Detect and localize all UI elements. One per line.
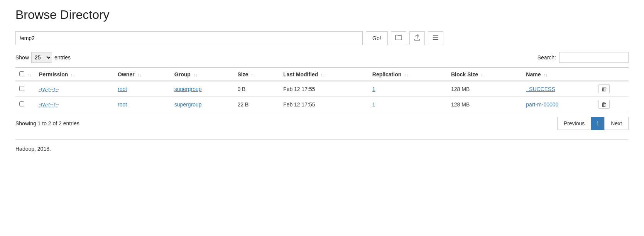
upload-icon [414, 34, 421, 42]
row-name-0: _SUCCESS [522, 81, 594, 97]
sort-icon-replication: ↑↓ [404, 72, 408, 77]
col-owner[interactable]: Owner ↑↓ [114, 68, 171, 81]
delete-button-1[interactable]: 🗑 [598, 100, 610, 109]
permission-link-0[interactable]: -rw-r--r-- [39, 86, 59, 92]
upload-button[interactable] [409, 31, 425, 45]
folder-icon [395, 34, 402, 42]
pagination-controls: Previous 1 Next [557, 117, 629, 130]
sort-icon-permission: ↑↓ [71, 72, 75, 77]
col-actions [595, 68, 629, 81]
col-replication[interactable]: Replication ↑↓ [368, 68, 447, 81]
pagination-row: Showing 1 to 2 of 2 entries Previous 1 N… [15, 117, 629, 130]
replication-link-1[interactable]: 1 [372, 101, 375, 108]
sort-icon-size: ↑↓ [251, 72, 255, 77]
row-last-modified-1: Feb 12 17:55 [279, 97, 368, 112]
col-name[interactable]: Name ↑↓ [522, 68, 594, 81]
row-permission-0: -rw-r--r-- [35, 81, 114, 97]
previous-button[interactable]: Previous [557, 117, 591, 130]
delete-button-0[interactable]: 🗑 [598, 84, 610, 93]
col-size[interactable]: Size ↑↓ [233, 68, 279, 81]
replication-link-0[interactable]: 1 [372, 86, 375, 92]
pagination-info: Showing 1 to 2 of 2 entries [15, 120, 79, 126]
search-area: Search: [538, 52, 629, 63]
row-permission-1: -rw-r--r-- [35, 97, 114, 112]
divider [15, 139, 629, 140]
sort-icon-group: ↑↓ [193, 72, 198, 77]
list-icon [432, 34, 439, 42]
row-group-1: supergroup [171, 97, 234, 112]
go-button[interactable]: Go! [366, 31, 388, 45]
sort-icon-block-size: ↑↓ [481, 72, 485, 77]
search-input[interactable] [559, 52, 629, 63]
row-size-1: 22 B [233, 97, 279, 112]
select-all-header: ↑↓ [15, 68, 35, 81]
path-input[interactable] [15, 31, 363, 45]
row-owner-0: root [114, 81, 171, 97]
next-button[interactable]: Next [604, 117, 629, 130]
permission-link-1[interactable]: -rw-r--r-- [39, 101, 59, 108]
entries-label: entries [54, 54, 71, 61]
toolbar: Go! [15, 31, 629, 45]
col-group[interactable]: Group ↑↓ [171, 68, 234, 81]
row-replication-1: 1 [368, 97, 447, 112]
row-delete-1: 🗑 [595, 97, 629, 112]
sort-icon-owner: ↑↓ [137, 72, 142, 77]
owner-link-1[interactable]: root [118, 101, 127, 108]
list-view-button[interactable] [428, 31, 443, 45]
row-name-1: part-m-00000 [522, 97, 594, 112]
sort-icon-last-modified: ↑↓ [321, 72, 325, 77]
name-link-1[interactable]: part-m-00000 [526, 101, 558, 108]
row-checkbox-cell-0 [15, 81, 35, 97]
table-row: -rw-r--r-- root supergroup 0 B Feb 12 17… [15, 81, 629, 97]
row-group-0: supergroup [171, 81, 234, 97]
sort-icon-name: ↑↓ [543, 72, 548, 77]
group-link-1[interactable]: supergroup [174, 101, 202, 108]
row-checkbox-cell-1 [15, 97, 35, 112]
name-link-0[interactable]: _SUCCESS [526, 86, 555, 92]
row-replication-0: 1 [368, 81, 447, 97]
footer-text: Hadoop, 2018. [15, 146, 629, 152]
col-last-modified[interactable]: Last Modified ↑↓ [279, 68, 368, 81]
show-entries: Show 10 25 50 100 entries [15, 52, 71, 63]
col-permission[interactable]: Permission ↑↓ [35, 68, 114, 81]
col-block-size[interactable]: Block Size ↑↓ [447, 68, 522, 81]
row-checkbox-0[interactable] [19, 86, 24, 91]
controls-row: Show 10 25 50 100 entries Search: [15, 52, 629, 63]
row-checkbox-1[interactable] [19, 101, 24, 106]
search-label: Search: [538, 54, 556, 61]
page-1-button[interactable]: 1 [591, 117, 604, 130]
group-link-0[interactable]: supergroup [174, 86, 202, 92]
page-title: Browse Directory [15, 8, 629, 22]
row-last-modified-0: Feb 12 17:55 [279, 81, 368, 97]
row-delete-0: 🗑 [595, 81, 629, 97]
row-block-size-1: 128 MB [447, 97, 522, 112]
row-size-0: 0 B [233, 81, 279, 97]
file-table: ↑↓ Permission ↑↓ Owner ↑↓ Group ↑↓ Size … [15, 67, 629, 112]
table-row: -rw-r--r-- root supergroup 22 B Feb 12 1… [15, 97, 629, 112]
entries-select[interactable]: 10 25 50 100 [31, 52, 52, 63]
row-owner-1: root [114, 97, 171, 112]
sort-arrows-0[interactable]: ↑↓ [27, 72, 31, 77]
select-all-checkbox[interactable] [19, 71, 24, 76]
row-block-size-0: 128 MB [447, 81, 522, 97]
folder-button[interactable] [391, 31, 406, 45]
owner-link-0[interactable]: root [118, 86, 127, 92]
show-label: Show [15, 54, 29, 61]
